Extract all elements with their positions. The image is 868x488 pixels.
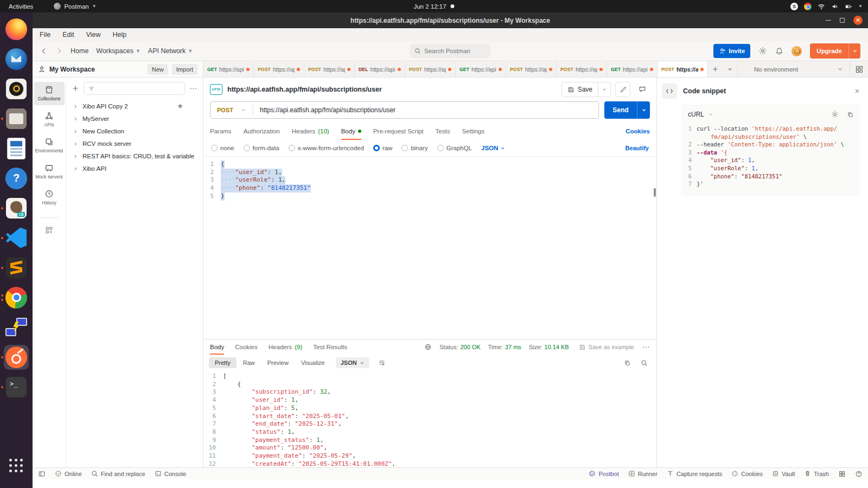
- cookies-link[interactable]: Cookies: [626, 128, 650, 134]
- view-tab-visualize[interactable]: Visualize: [295, 357, 331, 368]
- body-mode-none[interactable]: none: [211, 145, 234, 151]
- response-language-dropdown[interactable]: JSON: [336, 357, 369, 368]
- snippet-settings-gear-icon[interactable]: [831, 111, 839, 118]
- chevron-right-icon[interactable]: ›: [74, 115, 80, 122]
- menu-help[interactable]: Help: [113, 31, 127, 38]
- help-icon[interactable]: [855, 470, 863, 478]
- chevron-right-icon[interactable]: ›: [74, 127, 80, 134]
- sidebar-item-mock-servers[interactable]: Mock servers: [34, 160, 65, 183]
- cookies-button[interactable]: Cookies: [731, 470, 763, 477]
- close-button[interactable]: ✕: [853, 16, 863, 25]
- body-language-dropdown[interactable]: JSON: [481, 145, 505, 151]
- send-button[interactable]: Send: [604, 101, 637, 119]
- search-box[interactable]: [410, 44, 490, 58]
- environment-selector[interactable]: No environment: [737, 61, 850, 77]
- tab-options-chevron[interactable]: [723, 61, 737, 77]
- save-options-chevron[interactable]: [598, 87, 610, 92]
- sidebar-toggle-icon[interactable]: [38, 470, 46, 478]
- capture-requests-button[interactable]: Capture requests: [667, 470, 722, 477]
- request-tab[interactable]: POSThttps://api.e: [405, 61, 456, 77]
- dock-item-libreoffice-writer[interactable]: [4, 136, 29, 161]
- request-tab-authorization[interactable]: Authorization: [244, 122, 280, 140]
- online-status[interactable]: Online: [55, 470, 82, 477]
- nav-workspaces[interactable]: Workspaces▼: [96, 47, 140, 55]
- collection-item[interactable]: ›RCV mock server: [66, 137, 203, 150]
- collection-item[interactable]: ›Xibo API: [66, 162, 203, 175]
- request-tab-pre-request-script[interactable]: Pre-request Script: [373, 122, 424, 140]
- postbot-button[interactable]: Postbot: [589, 470, 618, 477]
- workspace-title[interactable]: My Workspace: [49, 66, 144, 73]
- request-tab[interactable]: GEThttps://api.ea: [456, 61, 506, 77]
- add-collection-icon[interactable]: [72, 85, 79, 92]
- more-options-icon[interactable]: [189, 85, 197, 93]
- dock-item-postman[interactable]: [4, 345, 29, 370]
- network-globe-icon[interactable]: [424, 343, 432, 351]
- response-tab-test-results[interactable]: Test Results: [313, 339, 347, 355]
- collection-item[interactable]: ›New Collection: [66, 125, 203, 137]
- dock-item-terminal[interactable]: >_: [4, 375, 29, 400]
- edit-pencil-icon[interactable]: [615, 82, 630, 97]
- send-options-chevron[interactable]: [637, 101, 650, 119]
- request-tab-params[interactable]: Params: [210, 122, 232, 140]
- title-bar[interactable]: https://api.eatfish.app/fm/api/subscript…: [33, 12, 868, 28]
- back-icon[interactable]: [40, 47, 48, 55]
- method-selector[interactable]: POST: [210, 107, 253, 113]
- dock-item-help[interactable]: ?: [4, 166, 29, 191]
- snippet-code[interactable]: 1curl --location 'https://api.eatfish.ap…: [688, 125, 854, 188]
- clock[interactable]: Jun 2 12:17: [413, 3, 454, 10]
- request-tab[interactable]: POSThttps://api.e: [506, 61, 557, 77]
- search-input[interactable]: [424, 48, 478, 54]
- runner-button[interactable]: Runner: [628, 470, 658, 477]
- chevron-right-icon[interactable]: ›: [74, 165, 80, 172]
- view-tab-preview[interactable]: Preview: [261, 357, 295, 368]
- menu-file[interactable]: File: [40, 31, 50, 38]
- search-response-icon[interactable]: [641, 359, 648, 367]
- request-tab[interactable]: DELhttps://api.ea: [355, 61, 405, 77]
- nav-home[interactable]: Home: [71, 47, 88, 55]
- collection-item[interactable]: ›REST API basics: CRUD, test & variable: [66, 150, 203, 162]
- activities-button[interactable]: Activities: [5, 3, 36, 10]
- menu-view[interactable]: View: [86, 31, 101, 38]
- vault-button[interactable]: Vault: [772, 470, 795, 477]
- response-tab-body[interactable]: Body: [210, 339, 224, 355]
- sidebar-item-collections[interactable]: Collections: [34, 82, 65, 105]
- dock-item-chrome[interactable]: [4, 285, 29, 310]
- dock-item-files[interactable]: [4, 106, 29, 131]
- restore-button[interactable]: [840, 18, 845, 23]
- forward-icon[interactable]: [55, 47, 63, 55]
- wrap-text-icon[interactable]: [378, 359, 386, 367]
- copy-icon[interactable]: [624, 359, 631, 367]
- response-more-options-icon[interactable]: [642, 343, 650, 351]
- beautify-link[interactable]: Beautify: [626, 145, 649, 151]
- nav-api-network[interactable]: API Network▼: [148, 47, 193, 55]
- dock-item-vscode[interactable]: [4, 226, 29, 251]
- configure-sidebar-icon[interactable]: [44, 226, 54, 235]
- dock-item-rhythmbox[interactable]: [4, 76, 29, 101]
- body-mode-binary[interactable]: binary: [401, 145, 427, 151]
- body-mode-graphql[interactable]: GraphQL: [437, 145, 472, 151]
- request-tab[interactable]: POSThttps://api.e: [304, 61, 355, 77]
- request-tab-body[interactable]: Body: [341, 122, 361, 140]
- find-and-replace-button[interactable]: Find and replace: [91, 470, 145, 477]
- chevron-right-icon[interactable]: ›: [74, 140, 80, 147]
- editor-scrollbar[interactable]: [654, 188, 656, 197]
- request-tab-headers[interactable]: Headers(10): [292, 122, 329, 140]
- request-tab[interactable]: POSThttps://api.e: [658, 61, 708, 77]
- sidebar-item-environments[interactable]: Environments: [34, 134, 65, 157]
- sidebar-item-history[interactable]: History: [34, 186, 65, 209]
- new-tab-button[interactable]: [708, 61, 723, 77]
- save-button[interactable]: Save: [562, 86, 598, 93]
- dock-item-show-applications[interactable]: [4, 453, 29, 478]
- copy-snippet-icon[interactable]: [847, 111, 854, 118]
- request-tab[interactable]: POSThttps://api.e: [557, 61, 607, 77]
- chevron-right-icon[interactable]: ›: [74, 102, 80, 110]
- app-menu[interactable]: Postman ▼: [54, 3, 96, 10]
- response-tab-cookies[interactable]: Cookies: [235, 339, 258, 355]
- dock-item-remote-desktop[interactable]: [4, 315, 29, 340]
- dock-item-thunderbird[interactable]: [4, 47, 29, 72]
- dock-item-firefox[interactable]: [4, 17, 29, 42]
- two-pane-view-icon[interactable]: [838, 470, 846, 478]
- environment-quick-look-icon[interactable]: [850, 61, 868, 77]
- url-input[interactable]: [253, 106, 598, 114]
- minimize-button[interactable]: [826, 20, 831, 21]
